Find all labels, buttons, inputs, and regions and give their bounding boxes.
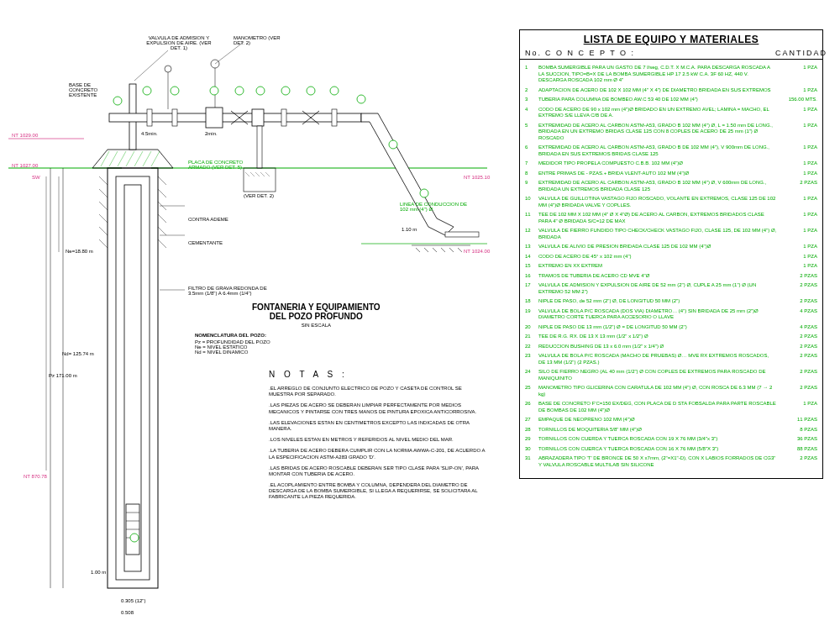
mat-concept: VALVULA DE ALIVIO DE PRESION BRIDADA CLA… bbox=[538, 244, 780, 250]
note-item: .EL ACOPLAMIENTO ENTRE BOMBA Y COLUMNA, … bbox=[269, 482, 487, 501]
svg-rect-48 bbox=[281, 109, 286, 126]
mat-qty: 1 PZA bbox=[780, 254, 817, 260]
mat-concept: EMPAQUE DE NEOPRENO 102 MM (4")Ø bbox=[538, 417, 780, 423]
svg-line-37 bbox=[416, 248, 420, 252]
svg-line-41 bbox=[449, 248, 454, 252]
material-row: 11TEE DE 102 MM X 102 MM (4" Ø X 4"Ø) DE… bbox=[525, 212, 817, 224]
mat-no: 18 bbox=[525, 298, 538, 305]
material-row: 6EXTREMIDAD DE ACERO AL CARBON ASTM-A53,… bbox=[525, 145, 817, 157]
material-row: 3TUBERIA PARA COLUMNA DE BOMBEO AW.C 53 … bbox=[525, 97, 817, 103]
svg-line-20 bbox=[158, 239, 166, 248]
mat-no: 8 bbox=[525, 171, 538, 177]
level-nt1: NT 1029.00 bbox=[12, 133, 38, 138]
mat-qty: 1 PZA bbox=[780, 171, 817, 177]
svg-point-74 bbox=[420, 189, 428, 197]
mat-concept: VALVULA DE BOLA P/C ROSCADA (DOS VIA) DI… bbox=[538, 308, 780, 321]
svg-point-71 bbox=[330, 87, 339, 95]
mat-concept: SILO DE FIERRO NEGRO (AL 40 mm (1/2") Ø … bbox=[538, 369, 780, 381]
material-row: 22REDUCCION BUSHING DE 13 x 6.0 mm (1/2"… bbox=[525, 344, 817, 350]
material-row: 9EXTREMIDAD DE ACERO AL CARBON ASTM-A53,… bbox=[525, 180, 817, 192]
svg-line-30 bbox=[126, 151, 134, 166]
svg-line-15 bbox=[158, 176, 166, 185]
mat-concept: ENTRE PRIMAS DE - PZAS.+ BRIDA VLENT-AUT… bbox=[538, 171, 780, 177]
mat-no: 21 bbox=[525, 334, 538, 340]
mat-qty: 2 PZAS bbox=[780, 353, 817, 365]
mat-no: 4 bbox=[525, 107, 538, 119]
svg-rect-43 bbox=[445, 232, 479, 237]
mat-no: 23 bbox=[525, 353, 538, 365]
svg-line-32 bbox=[143, 151, 151, 166]
mat-concept: ABRAZADERA TIPO 'T' DE BRONCE DE 50 X x7… bbox=[538, 455, 780, 468]
dim-305: 0.305 (12") bbox=[121, 598, 145, 603]
svg-point-58 bbox=[165, 66, 171, 72]
svg-point-65 bbox=[171, 87, 179, 95]
label-verdet2: (VER DET. 2) bbox=[244, 193, 274, 198]
label-base: BASE DE CONCRETO EXISTENTE bbox=[69, 82, 119, 97]
col-no: No. bbox=[525, 49, 545, 57]
material-row: 30TORNILLOS CON CUERCA Y TUERCA ROSCADA … bbox=[525, 446, 817, 453]
svg-line-53 bbox=[250, 172, 255, 176]
svg-line-13 bbox=[99, 227, 108, 235]
svg-rect-46 bbox=[206, 108, 223, 128]
svg-line-9 bbox=[99, 176, 108, 185]
material-row: 28TORNILLOS DE MOQUITERIA 5/8" MM (4")Ø8… bbox=[525, 427, 817, 434]
svg-line-11 bbox=[99, 202, 108, 210]
svg-point-75 bbox=[130, 534, 139, 542]
material-row: 13VALVULA DE ALIVIO DE PRESION BRIDADA C… bbox=[525, 244, 817, 250]
mat-qty: 8 PZAS bbox=[780, 427, 817, 434]
notes-header: N O T A S : bbox=[269, 370, 487, 379]
svg-point-70 bbox=[307, 87, 315, 95]
material-row: 18NIPLE DE PASO, de 52 mm (2") Ø, DE LON… bbox=[525, 298, 817, 305]
svg-line-42 bbox=[458, 248, 462, 252]
svg-rect-47 bbox=[252, 109, 264, 126]
mat-concept: TORNILLOS DE MOQUITERIA 5/8" MM (4")Ø bbox=[538, 427, 780, 434]
mat-no: 22 bbox=[525, 344, 538, 350]
mat-no: 14 bbox=[525, 254, 538, 260]
materials-list: LISTA DE EQUIPO Y MATERIALES No. C O N C… bbox=[519, 29, 823, 479]
material-row: 16TRAMOS DE TUBERIA DE ACERO CD MVE 4"Ø2… bbox=[525, 273, 817, 280]
svg-rect-45 bbox=[172, 109, 177, 126]
label-air-valve: VALVULA DE ADMISION Y EXPULSION DE AIRE.… bbox=[141, 35, 217, 50]
mat-no: 24 bbox=[525, 369, 538, 381]
nomenclature-header: NOMENCLATURA DEL POZO: bbox=[195, 333, 270, 338]
svg-line-16 bbox=[158, 189, 166, 197]
material-row: 14CODO DE ACERO DE 45° x 102 mm (4")1 PZ… bbox=[525, 254, 817, 260]
note-item: .EL ARREGLO DE CONJUNTO ELECTRICO DE POZ… bbox=[269, 386, 487, 397]
mat-no: 13 bbox=[525, 244, 538, 250]
svg-line-18 bbox=[158, 214, 166, 223]
mat-qty: 156.00 MTS. bbox=[780, 97, 817, 103]
mat-concept: TUBERIA PARA COLUMNA DE BOMBEO AW.C 53 4… bbox=[538, 97, 780, 103]
svg-line-56 bbox=[265, 172, 270, 176]
material-row: 17VALVULA DE ADMISION Y EXPULSION DE AIR… bbox=[525, 282, 817, 295]
mat-qty: 4 PZAS bbox=[780, 324, 817, 331]
svg-rect-44 bbox=[147, 109, 152, 126]
mat-qty: 1 PZA bbox=[780, 87, 817, 94]
svg-line-14 bbox=[99, 239, 108, 248]
mat-qty: 1 PZA bbox=[780, 145, 817, 157]
mat-no: 9 bbox=[525, 180, 538, 192]
material-row: 25MANOMETRO TIPO GLICERINA CON CARATULA … bbox=[525, 385, 817, 397]
dim-2m: 2min. bbox=[205, 131, 218, 136]
material-row: 31ABRAZADERA TIPO 'T' DE BRONCE DE 50 X … bbox=[525, 455, 817, 468]
mat-qty: 1 PZA bbox=[780, 263, 817, 270]
svg-line-55 bbox=[260, 172, 265, 176]
mat-concept: VALVULA DE GUILLOTINA VASTAGO FIJO ROSCA… bbox=[538, 196, 780, 208]
mat-no: 27 bbox=[525, 417, 538, 423]
svg-point-64 bbox=[143, 87, 151, 95]
mat-no: 17 bbox=[525, 282, 538, 295]
svg-point-68 bbox=[256, 87, 265, 95]
label-linea: LINEA DE CONDUCCION DE 102 mm (4") Ø. bbox=[400, 202, 475, 212]
svg-rect-51 bbox=[244, 168, 276, 192]
material-row: 24SILO DE FIERRO NEGRO (AL 40 mm (1/2") … bbox=[525, 369, 817, 381]
mat-qty: 1 PZA bbox=[780, 160, 817, 167]
nomen-item: Nd = NIVEL DINAMICO bbox=[195, 350, 270, 355]
mat-qty: 2 PZAS bbox=[780, 455, 817, 468]
mat-qty: 2 PZAS bbox=[780, 298, 817, 305]
svg-marker-26 bbox=[92, 150, 173, 168]
mat-qty: 2 PZAS bbox=[780, 180, 817, 192]
mat-qty: 1 PZA bbox=[780, 65, 817, 84]
material-row: 1BOMBA SUMERGIBLE PARA UN GASTO DE 7 l/s… bbox=[525, 65, 817, 84]
mat-no: 30 bbox=[525, 446, 538, 453]
mat-qty: 1 PZA bbox=[780, 107, 817, 119]
svg-line-61 bbox=[134, 50, 168, 81]
